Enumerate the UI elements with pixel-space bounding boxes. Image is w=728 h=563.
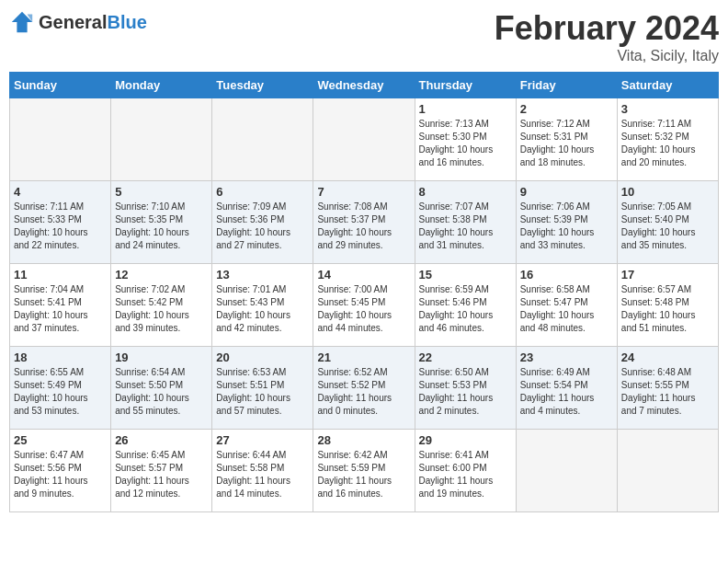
day-info: Sunrise: 7:05 AM Sunset: 5:40 PM Dayligh… [621, 201, 714, 252]
day-cell [617, 430, 718, 512]
day-info: Sunrise: 7:02 AM Sunset: 5:42 PM Dayligh… [115, 283, 208, 335]
week-row-3: 11Sunrise: 7:04 AM Sunset: 5:41 PM Dayli… [10, 264, 719, 347]
day-number: 23 [520, 350, 613, 364]
day-cell: 29Sunrise: 6:41 AM Sunset: 6:00 PM Dayli… [415, 430, 516, 512]
page-header: GeneralBlue February 2024 Vita, Sicily, … [9, 9, 719, 64]
logo: GeneralBlue [9, 9, 147, 35]
day-info: Sunrise: 6:59 AM Sunset: 5:46 PM Dayligh… [419, 283, 512, 335]
day-number: 17 [621, 268, 714, 282]
week-row-1: 1Sunrise: 7:13 AM Sunset: 5:30 PM Daylig… [10, 98, 719, 181]
day-cell: 27Sunrise: 6:44 AM Sunset: 5:58 PM Dayli… [212, 430, 313, 512]
day-number: 25 [14, 433, 107, 447]
day-cell: 8Sunrise: 7:07 AM Sunset: 5:38 PM Daylig… [415, 181, 516, 264]
day-cell [313, 98, 415, 181]
header-wednesday: Wednesday [313, 73, 415, 98]
calendar-title: February 2024 [495, 9, 719, 48]
calendar-table: Sunday Monday Tuesday Wednesday Thursday… [9, 72, 719, 512]
day-cell: 12Sunrise: 7:02 AM Sunset: 5:42 PM Dayli… [111, 264, 212, 347]
day-number: 7 [317, 185, 410, 199]
weekday-header-row: Sunday Monday Tuesday Wednesday Thursday… [10, 73, 719, 98]
day-cell [516, 430, 617, 512]
day-number: 28 [317, 433, 410, 447]
day-info: Sunrise: 6:57 AM Sunset: 5:48 PM Dayligh… [621, 283, 714, 335]
day-number: 27 [216, 433, 309, 447]
day-cell [111, 98, 212, 181]
day-cell: 26Sunrise: 6:45 AM Sunset: 5:57 PM Dayli… [111, 430, 212, 512]
day-cell: 23Sunrise: 6:49 AM Sunset: 5:54 PM Dayli… [516, 347, 617, 430]
day-cell: 17Sunrise: 6:57 AM Sunset: 5:48 PM Dayli… [617, 264, 718, 347]
day-number: 2 [520, 102, 613, 116]
logo-icon [9, 9, 35, 35]
day-info: Sunrise: 7:04 AM Sunset: 5:41 PM Dayligh… [14, 283, 107, 335]
day-cell: 15Sunrise: 6:59 AM Sunset: 5:46 PM Dayli… [415, 264, 516, 347]
day-number: 1 [419, 102, 512, 116]
week-row-2: 4Sunrise: 7:11 AM Sunset: 5:33 PM Daylig… [10, 181, 719, 264]
day-cell: 18Sunrise: 6:55 AM Sunset: 5:49 PM Dayli… [10, 347, 111, 430]
day-cell: 25Sunrise: 6:47 AM Sunset: 5:56 PM Dayli… [10, 430, 111, 512]
day-cell: 5Sunrise: 7:10 AM Sunset: 5:35 PM Daylig… [111, 181, 212, 264]
day-info: Sunrise: 6:54 AM Sunset: 5:50 PM Dayligh… [115, 366, 208, 418]
day-cell [10, 98, 111, 181]
day-number: 14 [317, 268, 410, 282]
day-info: Sunrise: 6:49 AM Sunset: 5:54 PM Dayligh… [520, 366, 613, 418]
day-number: 29 [419, 433, 512, 447]
day-cell: 16Sunrise: 6:58 AM Sunset: 5:47 PM Dayli… [516, 264, 617, 347]
day-number: 6 [216, 185, 309, 199]
logo-text: GeneralBlue [39, 12, 147, 33]
header-thursday: Thursday [415, 73, 516, 98]
header-friday: Friday [516, 73, 617, 98]
header-tuesday: Tuesday [212, 73, 313, 98]
day-number: 5 [115, 185, 208, 199]
day-info: Sunrise: 7:10 AM Sunset: 5:35 PM Dayligh… [115, 201, 208, 252]
day-cell: 14Sunrise: 7:00 AM Sunset: 5:45 PM Dayli… [313, 264, 415, 347]
day-number: 10 [621, 185, 714, 199]
day-number: 20 [216, 350, 309, 364]
day-cell: 9Sunrise: 7:06 AM Sunset: 5:39 PM Daylig… [516, 181, 617, 264]
day-cell: 2Sunrise: 7:12 AM Sunset: 5:31 PM Daylig… [516, 98, 617, 181]
day-cell: 4Sunrise: 7:11 AM Sunset: 5:33 PM Daylig… [10, 181, 111, 264]
day-info: Sunrise: 6:45 AM Sunset: 5:57 PM Dayligh… [115, 449, 208, 500]
day-info: Sunrise: 6:58 AM Sunset: 5:47 PM Dayligh… [520, 283, 613, 335]
day-cell [212, 98, 313, 181]
day-info: Sunrise: 7:11 AM Sunset: 5:32 PM Dayligh… [621, 118, 714, 169]
calendar-subtitle: Vita, Sicily, Italy [495, 48, 719, 64]
day-cell: 21Sunrise: 6:52 AM Sunset: 5:52 PM Dayli… [313, 347, 415, 430]
day-cell: 13Sunrise: 7:01 AM Sunset: 5:43 PM Dayli… [212, 264, 313, 347]
day-number: 12 [115, 268, 208, 282]
day-number: 16 [520, 268, 613, 282]
day-number: 4 [14, 185, 107, 199]
day-cell: 20Sunrise: 6:53 AM Sunset: 5:51 PM Dayli… [212, 347, 313, 430]
logo-blue: Blue [107, 12, 146, 32]
day-number: 26 [115, 433, 208, 447]
day-info: Sunrise: 7:06 AM Sunset: 5:39 PM Dayligh… [520, 201, 613, 252]
day-info: Sunrise: 7:07 AM Sunset: 5:38 PM Dayligh… [419, 201, 512, 252]
day-number: 15 [419, 268, 512, 282]
day-info: Sunrise: 6:50 AM Sunset: 5:53 PM Dayligh… [419, 366, 512, 418]
day-info: Sunrise: 6:52 AM Sunset: 5:52 PM Dayligh… [317, 366, 410, 418]
day-info: Sunrise: 6:42 AM Sunset: 5:59 PM Dayligh… [317, 449, 410, 500]
day-number: 9 [520, 185, 613, 199]
day-cell: 11Sunrise: 7:04 AM Sunset: 5:41 PM Dayli… [10, 264, 111, 347]
day-info: Sunrise: 7:01 AM Sunset: 5:43 PM Dayligh… [216, 283, 309, 335]
header-saturday: Saturday [617, 73, 718, 98]
week-row-5: 25Sunrise: 6:47 AM Sunset: 5:56 PM Dayli… [10, 430, 719, 512]
day-info: Sunrise: 7:11 AM Sunset: 5:33 PM Dayligh… [14, 201, 107, 252]
day-number: 21 [317, 350, 410, 364]
title-block: February 2024 Vita, Sicily, Italy [495, 9, 719, 64]
day-info: Sunrise: 6:53 AM Sunset: 5:51 PM Dayligh… [216, 366, 309, 418]
day-info: Sunrise: 6:48 AM Sunset: 5:55 PM Dayligh… [621, 366, 714, 418]
day-info: Sunrise: 7:08 AM Sunset: 5:37 PM Dayligh… [317, 201, 410, 252]
header-monday: Monday [111, 73, 212, 98]
day-info: Sunrise: 6:55 AM Sunset: 5:49 PM Dayligh… [14, 366, 107, 418]
day-info: Sunrise: 7:09 AM Sunset: 5:36 PM Dayligh… [216, 201, 309, 252]
day-number: 13 [216, 268, 309, 282]
day-cell: 7Sunrise: 7:08 AM Sunset: 5:37 PM Daylig… [313, 181, 415, 264]
day-info: Sunrise: 6:44 AM Sunset: 5:58 PM Dayligh… [216, 449, 309, 500]
day-cell: 24Sunrise: 6:48 AM Sunset: 5:55 PM Dayli… [617, 347, 718, 430]
day-number: 11 [14, 268, 107, 282]
day-info: Sunrise: 7:13 AM Sunset: 5:30 PM Dayligh… [419, 118, 512, 169]
day-cell: 10Sunrise: 7:05 AM Sunset: 5:40 PM Dayli… [617, 181, 718, 264]
day-info: Sunrise: 7:12 AM Sunset: 5:31 PM Dayligh… [520, 118, 613, 169]
logo-general: General [39, 12, 107, 32]
day-info: Sunrise: 6:41 AM Sunset: 6:00 PM Dayligh… [419, 449, 512, 500]
